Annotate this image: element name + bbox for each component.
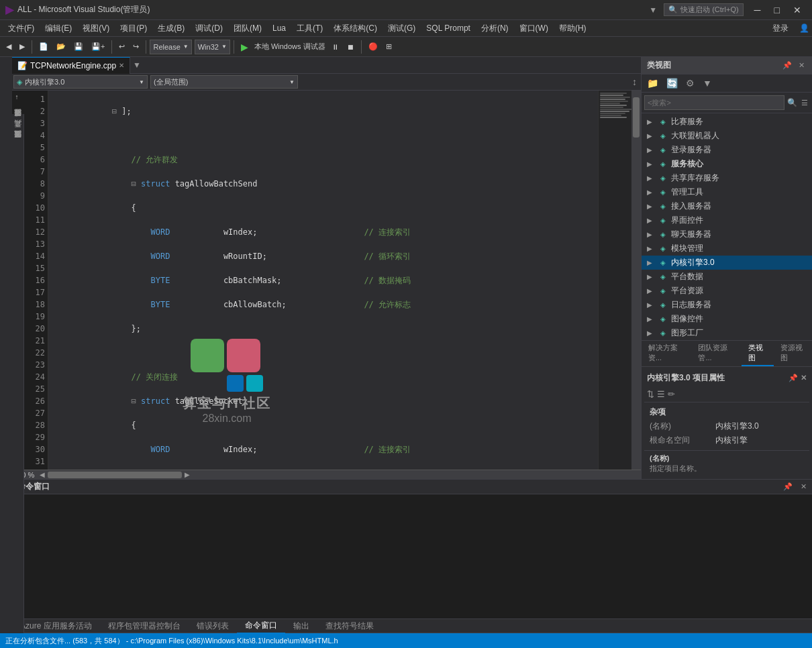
menu-lua[interactable]: Lua <box>267 22 291 34</box>
rbt-classview[interactable]: 类视图 <box>742 341 774 366</box>
tree-item-gongxiang[interactable]: ▶ ◈ 共享库存服务 <box>642 171 812 185</box>
sidebar-team-explorer[interactable]: 团队资源管理器 <box>12 138 24 149</box>
panel-tab-cmd[interactable]: 命令窗口 <box>237 618 285 634</box>
tree-item-label: 平台数据 <box>671 271 703 282</box>
tree-item-tuxiang[interactable]: ▶ ◈ 图像控件 <box>642 312 812 326</box>
tree-item-neihe[interactable]: ▶ ◈ 内核引擎3.0 <box>642 256 812 270</box>
tree-item-bisai[interactable]: ▶ ◈ 比赛服务 <box>642 115 812 129</box>
expand-editor-btn[interactable]: ↕ <box>629 76 640 87</box>
forward-button[interactable]: ▶ <box>16 40 28 53</box>
tree-item-rizhi[interactable]: ▶ ◈ 日志服务器 <box>642 298 812 312</box>
menu-debug[interactable]: 调试(D) <box>190 21 228 36</box>
tree-item-mokuai[interactable]: ▶ ◈ 模块管理 <box>642 241 812 256</box>
prop-sort-btn[interactable]: ⇅ <box>647 389 654 399</box>
menu-help[interactable]: 帮助(H) <box>554 21 592 36</box>
class-search-icon[interactable]: 🔍 <box>784 97 800 109</box>
config-dropdown[interactable]: Release ▼ <box>150 40 191 54</box>
tree-item-jiemian[interactable]: ▶ ◈ 界面控件 <box>642 213 812 227</box>
code-editor[interactable]: ⊟ ]; // 允许群发 ⊟ struct tagAllowBatchSend … <box>48 91 598 470</box>
save-btn[interactable]: 💾 <box>70 40 87 53</box>
editor-scrollbar-thumb[interactable] <box>633 97 640 138</box>
bpt-pin-btn[interactable]: 📌 <box>780 482 795 492</box>
account-icon[interactable]: 👤 <box>799 23 809 33</box>
tree-item-dalianmeng[interactable]: ▶ ◈ 大联盟机器人 <box>642 129 812 143</box>
cv-close-btn[interactable]: ✕ <box>797 60 807 70</box>
panel-tab-errors[interactable]: 错误列表 <box>189 619 237 633</box>
zoom-left[interactable]: ◀ <box>40 471 45 478</box>
bpt-close-btn[interactable]: ✕ <box>798 482 809 492</box>
rbt-jjfa[interactable]: 解决方案资... <box>642 341 691 366</box>
menu-build[interactable]: 生成(B) <box>152 21 190 36</box>
more-toolbar[interactable]: ⊞ <box>383 40 395 53</box>
tree-item-pingtaishuju[interactable]: ▶ ◈ 平台数据 <box>642 270 812 284</box>
cv-pin-btn[interactable]: 📌 <box>780 60 794 70</box>
menu-tools[interactable]: 工具(T) <box>291 21 328 36</box>
ct-settings-btn[interactable]: ⚙ <box>683 77 697 89</box>
editor-scrollbar[interactable] <box>631 91 641 470</box>
tree-item-fuwucore[interactable]: ▶ ◈ 服务核心 <box>642 157 812 171</box>
ct-dropdown-btn[interactable]: ▼ <box>700 77 715 89</box>
menu-arch[interactable]: 体系结构(C) <box>328 21 383 36</box>
panel-tab-findsymbol[interactable]: 查找符号结果 <box>317 619 382 633</box>
redo-btn[interactable]: ↪ <box>130 40 142 53</box>
rbt-resource[interactable]: 资源视图 <box>774 341 812 366</box>
save-all-btn[interactable]: 💾+ <box>88 40 108 53</box>
cmd-content[interactable]: > <box>12 494 812 618</box>
run-button[interactable]: ▶ <box>238 40 252 54</box>
tab-scroll-right[interactable]: ▼ <box>130 60 144 70</box>
tree-item-tuxingchangjing[interactable]: ▶ ◈ 图形工厂 <box>642 326 812 340</box>
maximize-button[interactable]: □ <box>769 3 785 17</box>
prop-cat-btn[interactable]: ☰ <box>657 389 665 399</box>
tab-close-btn[interactable]: ✕ <box>119 62 124 69</box>
quick-launch-search[interactable]: 🔍 快速启动 (Ctrl+Q) <box>664 3 743 16</box>
open-btn[interactable]: 📂 <box>53 40 69 53</box>
tree-item-denglu[interactable]: ▶ ◈ 登录服务器 <box>642 143 812 157</box>
class-search-input[interactable] <box>644 95 784 110</box>
stop-button[interactable]: ⏹ <box>344 41 358 53</box>
rbt-team[interactable]: 团队资源管... <box>691 341 741 366</box>
sidebar-toolbox[interactable]: 工具箱 <box>12 127 24 138</box>
menu-file[interactable]: 文件(F) <box>3 21 40 36</box>
class-view-controls: 📌 ✕ <box>780 60 807 70</box>
menu-sqlprompt[interactable]: SQL Prompt <box>421 22 476 34</box>
horiz-scroll-thumb[interactable] <box>48 472 182 478</box>
tree-item-jieru[interactable]: ▶ ◈ 接入服务器 <box>642 199 812 213</box>
tree-item-guanli[interactable]: ▶ ◈ 管理工具 <box>642 185 812 199</box>
undo-btn[interactable]: ↩ <box>115 40 128 53</box>
tree-item-pingtaiziyuan[interactable]: ▶ ◈ 平台资源 <box>642 284 812 298</box>
menu-test[interactable]: 测试(G) <box>383 21 421 36</box>
prop-close-btn[interactable]: ✕ <box>801 374 807 382</box>
panel-tab-output[interactable]: 输出 <box>285 619 317 633</box>
pause-button[interactable]: ⏸ <box>328 41 342 53</box>
menu-team[interactable]: 团队(M) <box>228 21 267 36</box>
panel-tab-azure[interactable]: Azure 应用服务活动 <box>12 619 100 633</box>
new-project-btn[interactable]: 📄 <box>36 40 52 53</box>
minimize-button[interactable]: ─ <box>749 3 766 17</box>
prop-pin-btn[interactable]: 📌 <box>789 374 798 382</box>
sidebar-server-explorer[interactable]: 服务器资源管理器 <box>12 117 24 127</box>
login-button[interactable]: 登录 <box>767 21 794 36</box>
menu-window[interactable]: 窗口(W) <box>514 21 554 36</box>
tab-icon: 📝 <box>17 61 28 70</box>
ct-refresh-btn[interactable]: 🔄 <box>664 77 680 89</box>
close-button[interactable]: ✕ <box>788 3 807 17</box>
back-button[interactable]: ◀ <box>3 40 15 53</box>
ct-folder-btn[interactable]: 📁 <box>644 77 661 89</box>
menu-project[interactable]: 项目(P) <box>115 21 152 36</box>
menu-edit[interactable]: 编辑(E) <box>40 21 77 36</box>
editor-tab-cpp[interactable]: 📝 TCPNetworkEngine.cpp ✕ <box>12 57 130 74</box>
zoom-right[interactable]: ▶ <box>185 471 190 478</box>
prop-custom-btn[interactable]: ✏ <box>668 389 675 399</box>
class-search-options[interactable]: ☰ <box>800 97 809 109</box>
breakpoint-btn[interactable]: 🔴 <box>365 40 381 53</box>
horiz-scroll[interactable]: 100 % ◀ ▶ <box>12 470 641 479</box>
tree-item-liaotian[interactable]: ▶ ◈ 聊天服务器 <box>642 227 812 241</box>
menu-analyze[interactable]: 分析(N) <box>476 21 514 36</box>
panel-tab-nuget[interactable]: 程序包管理器控制台 <box>100 619 189 633</box>
method-dropdown[interactable]: (全局范围) ▼ <box>150 75 298 89</box>
expand-icon-top[interactable]: ↑ <box>15 93 19 101</box>
toolbar-sep-4 <box>234 40 234 54</box>
platform-dropdown[interactable]: Win32 ▼ <box>195 40 230 54</box>
class-dropdown[interactable]: ◈ 内核引擎3.0 ▼ <box>13 75 148 89</box>
menu-view[interactable]: 视图(V) <box>77 21 115 36</box>
